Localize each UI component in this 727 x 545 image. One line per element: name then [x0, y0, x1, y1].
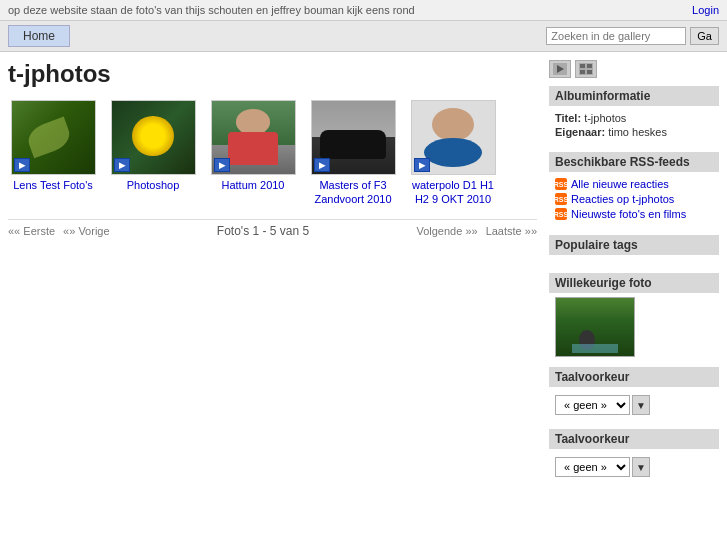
language-section-2: Taalvoorkeur « geen » ▼ — [549, 429, 719, 481]
album-label: Masters of F3 Zandvoort 2010 — [308, 178, 398, 207]
album-label: Hattum 2010 — [222, 178, 285, 192]
album-info-section: Albuminformatie Titel: t-jphotos Eigenaa… — [549, 86, 719, 142]
sidebar-icon-row — [549, 60, 719, 78]
site-description: op deze website staan de foto's van thij… — [8, 4, 415, 16]
list-item[interactable]: ▶ Hattum 2010 — [208, 100, 298, 207]
random-photo-thumb[interactable] — [555, 297, 635, 357]
top-bar-right: Login — [692, 4, 719, 16]
search-button[interactable]: Ga — [690, 27, 719, 45]
search-bar: Ga — [546, 27, 719, 45]
slideshow-icon[interactable] — [549, 60, 571, 78]
random-photo-title: Willekeurige foto — [549, 273, 719, 293]
language-title-1: Taalvoorkeur — [549, 367, 719, 387]
album-icon-overlay: ▶ — [14, 158, 30, 172]
home-button[interactable]: Home — [8, 25, 70, 47]
album-label: waterpolo D1 H1 H2 9 OKT 2010 — [408, 178, 498, 207]
first-page-link[interactable]: «« Eerste — [8, 225, 55, 237]
pagination: «« Eerste «» Vorige Foto's 1 - 5 van 5 V… — [8, 219, 537, 242]
grid-view-icon — [579, 63, 593, 75]
album-label: Photoshop — [127, 178, 180, 192]
language-title-2: Taalvoorkeur — [549, 429, 719, 449]
popular-tags-content — [549, 259, 719, 263]
rss-icon-2: RSS — [555, 208, 567, 220]
popular-tags-title: Populaire tags — [549, 235, 719, 255]
language-dropdown-btn-2[interactable]: ▼ — [632, 457, 650, 477]
language-select-1[interactable]: « geen » — [555, 395, 630, 415]
album-label: Lens Test Foto's — [13, 178, 93, 192]
album-icon-overlay: ▶ — [414, 158, 430, 172]
album-owner-label: Eigenaar: — [555, 126, 605, 138]
rss-content: RSS Alle nieuwe reacties RSS Reacties op… — [549, 176, 719, 225]
content: t-jphotos ▶ Lens Test Foto's ▶ Photoshop — [8, 60, 537, 491]
prev-page-link[interactable]: «» Vorige — [63, 225, 109, 237]
list-item[interactable]: ▶ waterpolo D1 H1 H2 9 OKT 2010 — [408, 100, 498, 207]
rss-section: Beschikbare RSS-feeds RSS Alle nieuwe re… — [549, 152, 719, 225]
list-item[interactable]: ▶ Lens Test Foto's — [8, 100, 98, 207]
sidebar: Albuminformatie Titel: t-jphotos Eigenaa… — [549, 60, 719, 491]
album-thumb: ▶ — [211, 100, 296, 175]
album-icon-overlay: ▶ — [114, 158, 130, 172]
language-select-row-1: « geen » ▼ — [549, 391, 719, 419]
language-select-2[interactable]: « geen » — [555, 457, 630, 477]
svg-rect-5 — [580, 70, 585, 74]
svg-rect-4 — [587, 64, 592, 68]
rss-icon-1: RSS — [555, 193, 567, 205]
language-dropdown-btn-1[interactable]: ▼ — [632, 395, 650, 415]
list-item[interactable]: ▶ Photoshop — [108, 100, 198, 207]
last-page-link[interactable]: Laatste »» — [486, 225, 537, 237]
svg-rect-6 — [587, 70, 592, 74]
album-title-label: Titel: — [555, 112, 581, 124]
rss-link-1[interactable]: RSS Reacties op t-jphotos — [555, 193, 713, 205]
rss-label-1: Reacties op t-jphotos — [571, 193, 674, 205]
album-owner-value: timo heskes — [608, 126, 667, 138]
page-nav-left: «« Eerste «» Vorige — [8, 225, 110, 237]
rss-link-0[interactable]: RSS Alle nieuwe reacties — [555, 178, 713, 190]
album-thumb: ▶ — [111, 100, 196, 175]
language-section-1: Taalvoorkeur « geen » ▼ — [549, 367, 719, 419]
rss-title: Beschikbare RSS-feeds — [549, 152, 719, 172]
play-icon — [553, 63, 567, 75]
grid-icon[interactable] — [575, 60, 597, 78]
page-title: t-jphotos — [8, 60, 537, 88]
language-select-row-2: « geen » ▼ — [549, 453, 719, 481]
album-grid: ▶ Lens Test Foto's ▶ Photoshop ▶ Hattum … — [8, 100, 537, 207]
album-icon-overlay: ▶ — [214, 158, 230, 172]
album-icon-overlay: ▶ — [314, 158, 330, 172]
login-link[interactable]: Login — [692, 4, 719, 16]
album-owner-row: Eigenaar: timo heskes — [555, 126, 713, 138]
album-title-row: Titel: t-jphotos — [555, 112, 713, 124]
popular-tags-section: Populaire tags — [549, 235, 719, 263]
page-nav-right: Volgende »» Laatste »» — [416, 225, 537, 237]
album-thumb: ▶ — [411, 100, 496, 175]
rss-icon-0: RSS — [555, 178, 567, 190]
pagination-info: Foto's 1 - 5 van 5 — [217, 224, 309, 238]
top-bar: op deze website staan de foto's van thij… — [0, 0, 727, 21]
album-title-value: t-jphotos — [584, 112, 626, 124]
album-thumb: ▶ — [11, 100, 96, 175]
rss-label-0: Alle nieuwe reacties — [571, 178, 669, 190]
album-info-title: Albuminformatie — [549, 86, 719, 106]
list-item[interactable]: ▶ Masters of F3 Zandvoort 2010 — [308, 100, 398, 207]
svg-rect-3 — [580, 64, 585, 68]
nav-bar: Home Ga — [0, 21, 727, 52]
rss-label-2: Nieuwste foto's en films — [571, 208, 686, 220]
rss-link-2[interactable]: RSS Nieuwste foto's en films — [555, 208, 713, 220]
album-info-content: Titel: t-jphotos Eigenaar: timo heskes — [549, 110, 719, 142]
random-photo-section: Willekeurige foto — [549, 273, 719, 357]
main-layout: t-jphotos ▶ Lens Test Foto's ▶ Photoshop — [0, 52, 727, 499]
next-page-link[interactable]: Volgende »» — [416, 225, 477, 237]
search-input[interactable] — [546, 27, 686, 45]
album-thumb: ▶ — [311, 100, 396, 175]
